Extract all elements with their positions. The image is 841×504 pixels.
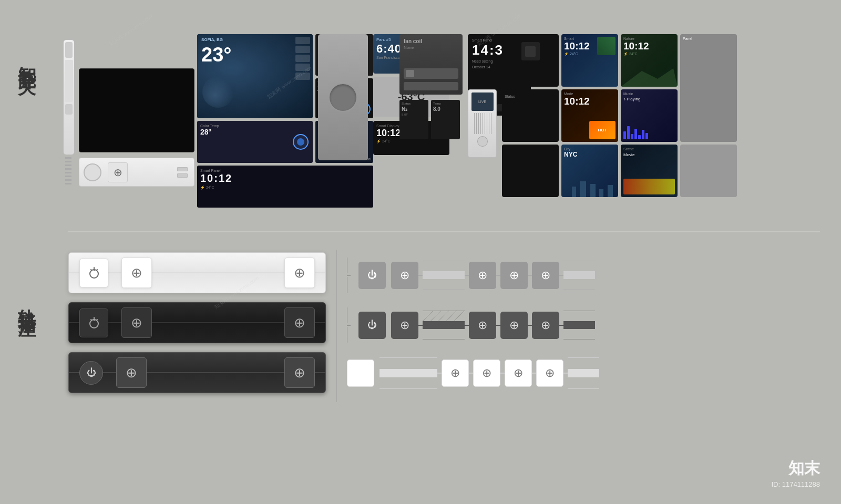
white-track-bar: ⊕ ⊕ xyxy=(68,252,326,293)
right-device-grid: Smart 10:12 ⚡ 24°C Nature 10:12 ⚡ 24°C P… xyxy=(502,34,737,197)
svg-line-9 xyxy=(423,261,433,271)
socket-module-dark-1: ⊕ xyxy=(121,307,152,338)
svg-line-20 xyxy=(423,311,433,321)
extra-right-panel xyxy=(680,145,737,197)
diag-power-dark: ⏻ xyxy=(358,312,386,339)
svg-line-10 xyxy=(430,261,441,271)
power-module-dark[interactable] xyxy=(79,308,108,337)
gray-panel-knob xyxy=(318,34,368,160)
charcoal-track-bar: ⏻ ⊕ ⊕ xyxy=(68,352,326,393)
svg-rect-28 xyxy=(380,369,437,377)
svg-line-24 xyxy=(454,311,465,321)
power-module-white[interactable] xyxy=(79,259,108,287)
svg-rect-5 xyxy=(608,185,613,197)
svg-rect-4 xyxy=(599,189,603,197)
intercom-screen-large xyxy=(79,68,194,152)
svg-rect-17 xyxy=(423,321,465,329)
handset-cord xyxy=(65,150,71,187)
svg-line-23 xyxy=(446,311,457,321)
diag-power-white-2 xyxy=(347,359,374,387)
logo-area: 知末 ID: 1174111288 xyxy=(771,458,820,488)
door-intercom-unit: LIVE xyxy=(468,89,497,158)
socket-module-charcoal-2: ⊕ xyxy=(284,357,315,388)
time-1012-right-3: Mode 10:12 HOT xyxy=(561,89,618,142)
mode-card: Scene Movie xyxy=(621,145,678,197)
svg-rect-1 xyxy=(572,187,576,197)
svg-marker-0 xyxy=(621,68,678,87)
section-divider xyxy=(68,231,820,232)
usb-ports xyxy=(177,167,188,178)
phone-handset xyxy=(63,39,75,155)
diag-socket-white-1: ⊕ xyxy=(442,359,469,387)
dark-panel-2: Status xyxy=(502,89,559,142)
city-temp-card: SOFIA, BG 23° xyxy=(197,34,313,118)
svg-line-12 xyxy=(446,261,457,271)
temperature-large: 23° xyxy=(201,45,231,65)
time-1012-right-1: Smart 10:12 ⚡ 24°C xyxy=(561,34,618,87)
outlet-socket-1: ⊕ xyxy=(108,162,128,182)
bottom-row-cards: Status N₂ 8.0F Temp 8.0 xyxy=(399,100,460,139)
logo-id: ID: 1174111288 xyxy=(771,480,820,488)
vertical-divider xyxy=(336,250,337,402)
smart-switch-label: 智能开关 xyxy=(15,53,39,65)
diag-socket-gray-3: ⊕ xyxy=(500,262,528,289)
diag-socket-white-3: ⊕ xyxy=(505,359,532,387)
fan-coil-label-text: fan coil xyxy=(404,38,458,44)
city-name: SOFIA, BG xyxy=(201,37,223,42)
diag-socket-dark-3: ⊕ xyxy=(500,312,528,339)
svg-line-22 xyxy=(438,311,449,321)
fan-coil-card: fan coil None xyxy=(399,34,463,95)
svg-line-11 xyxy=(438,261,449,271)
track-socket-label: 轨道插座 xyxy=(15,294,39,307)
socket-module-charcoal-1: ⊕ xyxy=(116,357,147,388)
svg-rect-25 xyxy=(563,321,595,329)
diag-socket-dark-2: ⊕ xyxy=(469,312,496,339)
dark-panel-1 xyxy=(502,34,559,87)
intercom-bottom-panel: ⊕ xyxy=(79,158,194,187)
white-bottom-track-diagram: ⊕ ⊕ ⊕ ⊕ xyxy=(347,357,599,389)
diag-socket-gray-2: ⊕ xyxy=(469,262,496,289)
svg-line-13 xyxy=(454,261,465,271)
power-btn-charcoal[interactable]: ⏻ xyxy=(79,361,103,385)
diag-socket-gray-4: ⊕ xyxy=(532,262,559,289)
round-control-button[interactable] xyxy=(84,163,101,181)
socket-module-dark-2: ⊕ xyxy=(284,307,315,338)
diag-socket-gray-1: ⊕ xyxy=(391,262,418,289)
socket-module-white-1: ⊕ xyxy=(121,258,152,288)
gray-panel-right: Panel xyxy=(680,34,737,142)
socket-module-white-2: ⊕ xyxy=(284,258,315,288)
diag-power-white: ⏻ xyxy=(358,262,386,289)
diag-socket-dark-1: ⊕ xyxy=(391,312,418,339)
svg-rect-6 xyxy=(423,271,465,279)
music-card: Music ♪ Playing xyxy=(621,89,678,142)
time-1012-right-2: Nature 10:12 ⚡ 24°C xyxy=(621,34,678,87)
svg-line-21 xyxy=(430,311,441,321)
svg-rect-3 xyxy=(590,184,596,197)
fan-coil-group: fan coil None Smart Panel 14:35 Need set… xyxy=(399,34,505,95)
svg-rect-2 xyxy=(580,181,586,197)
svg-rect-31 xyxy=(568,369,599,377)
diag-socket-white-2: ⊕ xyxy=(473,359,500,387)
svg-rect-14 xyxy=(563,271,595,279)
watermark-1: 知末网 www.zrmo.com xyxy=(108,12,155,48)
dark-panel-3 xyxy=(502,145,559,197)
city-card-2: City NYC xyxy=(561,145,618,197)
thermostat-card: Color Temp 28° xyxy=(197,121,313,163)
white-track-diagram: — ⏻ ⊕ ⊕ ⊕ ⊕ xyxy=(347,258,595,293)
dark-track-bar: ⊕ ⊕ xyxy=(68,302,326,343)
dark-track-diagram: — ⏻ ⊕ ⊕ ⊕ ⊕ xyxy=(347,307,595,343)
logo-text: 知末 xyxy=(771,458,820,479)
diag-socket-white-4: ⊕ xyxy=(536,359,563,387)
diag-socket-dark-4: ⊕ xyxy=(532,312,559,339)
